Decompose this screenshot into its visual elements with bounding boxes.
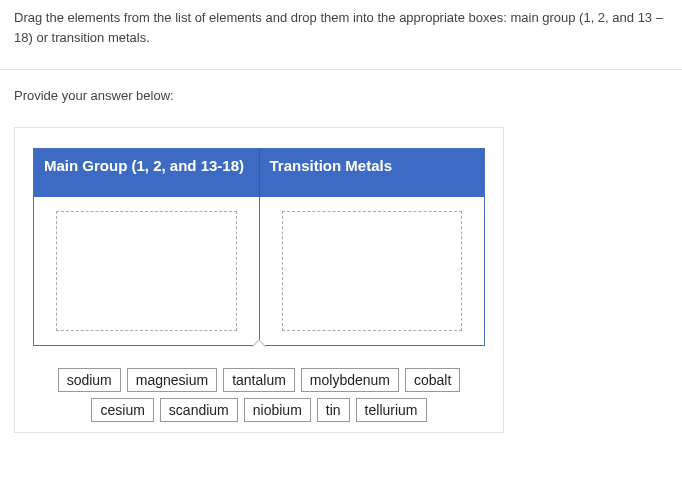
tile-molybdenum[interactable]: molybdenum	[301, 368, 399, 392]
drop-cell-main-group	[34, 197, 260, 345]
tile-tantalum[interactable]: tantalum	[223, 368, 295, 392]
pointer-arrow-inner-icon	[252, 341, 266, 348]
tile-tellurium[interactable]: tellurium	[356, 398, 427, 422]
element-tiles-area: sodium magnesium tantalum molybdenum cob…	[33, 368, 485, 422]
drop-cells-row	[34, 197, 484, 345]
header-main-group: Main Group (1, 2, and 13-18)	[34, 149, 260, 197]
answer-panel: Main Group (1, 2, and 13-18) Transition …	[14, 127, 504, 433]
tile-tin[interactable]: tin	[317, 398, 350, 422]
tile-niobium[interactable]: niobium	[244, 398, 311, 422]
drop-zone-main-group[interactable]	[56, 211, 237, 331]
drop-headers-row: Main Group (1, 2, and 13-18) Transition …	[34, 149, 484, 197]
drop-cell-transition-metals	[260, 197, 485, 345]
drop-zone-transition-metals[interactable]	[282, 211, 463, 331]
tile-cesium[interactable]: cesium	[91, 398, 153, 422]
tile-sodium[interactable]: sodium	[58, 368, 121, 392]
drop-table: Main Group (1, 2, and 13-18) Transition …	[33, 148, 485, 346]
tile-cobalt[interactable]: cobalt	[405, 368, 460, 392]
header-transition-metals: Transition Metals	[260, 149, 485, 197]
answer-prompt: Provide your answer below:	[0, 70, 682, 113]
tile-magnesium[interactable]: magnesium	[127, 368, 217, 392]
tile-scandium[interactable]: scandium	[160, 398, 238, 422]
question-instructions: Drag the elements from the list of eleme…	[0, 0, 682, 51]
drop-table-wrapper: Main Group (1, 2, and 13-18) Transition …	[33, 148, 485, 346]
